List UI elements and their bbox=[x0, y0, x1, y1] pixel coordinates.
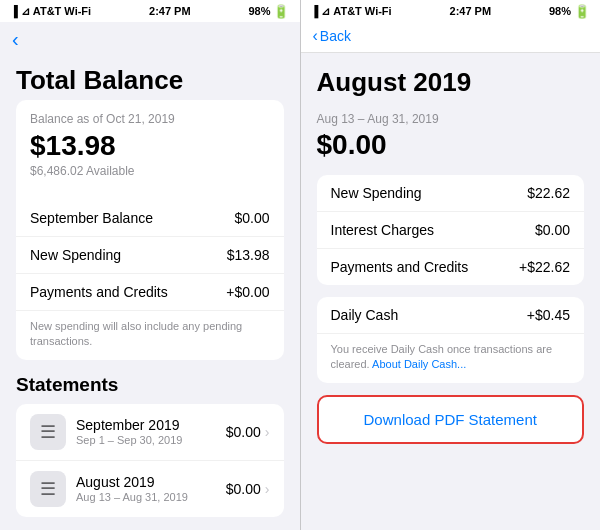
status-bar-left-carrier: ▐ ⊿ AT&T Wi-Fi bbox=[10, 5, 91, 18]
row-value: +$22.62 bbox=[519, 259, 570, 275]
row-value: $0.00 bbox=[535, 222, 570, 238]
statement-dates-aug: Aug 13 – Aug 31, 2019 bbox=[76, 491, 226, 503]
daily-cash-row: Daily Cash +$0.45 bbox=[317, 297, 585, 334]
statements-title: Statements bbox=[16, 374, 284, 396]
battery-icon-left: 🔋 bbox=[273, 4, 289, 19]
balance-amount-left: $13.98 bbox=[30, 130, 270, 162]
right-panel: ▐ ⊿ AT&T Wi-Fi 2:47 PM 98% 🔋 ‹ Back Augu… bbox=[301, 0, 601, 530]
carrier-label-right: AT&T Wi-Fi bbox=[333, 5, 391, 17]
back-button[interactable]: ‹ Back bbox=[313, 28, 589, 44]
statement-icon-sep: ☰ bbox=[30, 414, 66, 450]
table-row: Payments and Credits +$0.00 bbox=[16, 274, 284, 311]
statement-name-sep: September 2019 bbox=[76, 417, 226, 433]
back-chevron-left[interactable]: ‹ bbox=[12, 28, 19, 50]
summary-card-right: New Spending $22.62 Interest Charges $0.… bbox=[317, 175, 585, 285]
date-range: Aug 13 – Aug 31, 2019 bbox=[317, 112, 585, 126]
row-label: New Spending bbox=[331, 185, 422, 201]
statement-right-sep: $0.00 › bbox=[226, 424, 270, 440]
statement-info-aug: August 2019 Aug 13 – Aug 31, 2019 bbox=[76, 474, 226, 503]
balance-card: Balance as of Oct 21, 2019 $13.98 $6,486… bbox=[16, 100, 284, 360]
statements-card: ☰ September 2019 Sep 1 – Sep 30, 2019 $0… bbox=[16, 404, 284, 517]
page-title-right: August 2019 bbox=[317, 67, 585, 98]
row-label: Interest Charges bbox=[331, 222, 435, 238]
signal-icon-right: ▐ bbox=[311, 5, 319, 17]
battery-label-right: 98% bbox=[549, 5, 571, 17]
battery-label-left: 98% bbox=[248, 5, 270, 17]
row-value: $13.98 bbox=[227, 247, 270, 263]
statement-dates-sep: Sep 1 – Sep 30, 2019 bbox=[76, 434, 226, 446]
status-bar-time-right: 2:47 PM bbox=[450, 5, 492, 17]
row-label: September Balance bbox=[30, 210, 153, 226]
row-label: New Spending bbox=[30, 247, 121, 263]
chevron-right-icon-sep: › bbox=[265, 424, 270, 440]
daily-cash-link[interactable]: About Daily Cash... bbox=[372, 358, 466, 370]
chevron-right-icon-aug: › bbox=[265, 481, 270, 497]
nav-bar-right: ‹ Back bbox=[301, 22, 601, 53]
back-chevron-right: ‹ bbox=[313, 28, 318, 44]
table-row: September Balance $0.00 bbox=[16, 200, 284, 237]
status-bar-right-left: 98% 🔋 bbox=[248, 4, 289, 19]
daily-cash-note: You receive Daily Cash once transactions… bbox=[317, 334, 585, 383]
statement-row-sep[interactable]: ☰ September 2019 Sep 1 – Sep 30, 2019 $0… bbox=[16, 404, 284, 461]
left-panel: ▐ ⊿ AT&T Wi-Fi 2:47 PM 98% 🔋 ‹ Total Bal… bbox=[0, 0, 300, 530]
back-label: Back bbox=[320, 28, 351, 44]
daily-cash-value: +$0.45 bbox=[527, 307, 570, 323]
table-row: Payments and Credits +$22.62 bbox=[317, 249, 585, 285]
page-title-left: Total Balance bbox=[16, 65, 284, 96]
battery-icon-right: 🔋 bbox=[574, 4, 590, 19]
statement-row-aug[interactable]: ☰ August 2019 Aug 13 – Aug 31, 2019 $0.0… bbox=[16, 461, 284, 517]
daily-cash-card: Daily Cash +$0.45 You receive Daily Cash… bbox=[317, 297, 585, 383]
row-label: Payments and Credits bbox=[331, 259, 469, 275]
row-value: $22.62 bbox=[527, 185, 570, 201]
status-bar-time-left: 2:47 PM bbox=[149, 5, 191, 17]
status-bar-left: ▐ ⊿ AT&T Wi-Fi 2:47 PM 98% 🔋 bbox=[0, 0, 300, 22]
table-row: New Spending $22.62 bbox=[317, 175, 585, 212]
available-label: $6,486.02 Available bbox=[30, 164, 270, 178]
row-value: $0.00 bbox=[234, 210, 269, 226]
carrier-label: AT&T Wi-Fi bbox=[33, 5, 91, 17]
row-value: +$0.00 bbox=[226, 284, 269, 300]
table-row: Interest Charges $0.00 bbox=[317, 212, 585, 249]
wifi-icon-right: ⊿ bbox=[321, 5, 330, 18]
row-label: Payments and Credits bbox=[30, 284, 168, 300]
balance-amount-right: $0.00 bbox=[317, 129, 585, 161]
statement-amount-aug: $0.00 bbox=[226, 481, 261, 497]
daily-cash-label: Daily Cash bbox=[331, 307, 399, 323]
wifi-icon: ⊿ bbox=[21, 5, 30, 18]
summary-card-left: September Balance $0.00 New Spending $13… bbox=[16, 200, 284, 360]
statement-amount-sep: $0.00 bbox=[226, 424, 261, 440]
statement-right-aug: $0.00 › bbox=[226, 481, 270, 497]
status-bar-right: ▐ ⊿ AT&T Wi-Fi 2:47 PM 98% 🔋 bbox=[301, 0, 601, 22]
table-row: New Spending $13.98 bbox=[16, 237, 284, 274]
statement-name-aug: August 2019 bbox=[76, 474, 226, 490]
statement-info-sep: September 2019 Sep 1 – Sep 30, 2019 bbox=[76, 417, 226, 446]
balance-label: Balance as of Oct 21, 2019 bbox=[30, 112, 270, 126]
summary-note-left: New spending will also include any pendi… bbox=[16, 311, 284, 360]
statement-icon-aug: ☰ bbox=[30, 471, 66, 507]
download-pdf-button[interactable]: Download PDF Statement bbox=[319, 397, 583, 442]
status-bar-right-carrier: ▐ ⊿ AT&T Wi-Fi bbox=[311, 5, 392, 18]
signal-icon: ▐ bbox=[10, 5, 18, 17]
status-bar-right-right: 98% 🔋 bbox=[549, 4, 590, 19]
download-pdf-card: Download PDF Statement bbox=[317, 395, 585, 444]
